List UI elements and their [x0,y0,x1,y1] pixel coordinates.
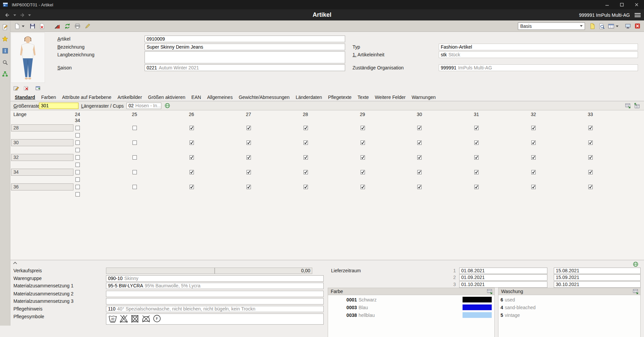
tab-warnungen[interactable]: Warnungen [409,94,439,101]
material3-field[interactable] [106,298,324,304]
groessenraster-field[interactable]: 301 [39,103,78,109]
size-checkbox-32-30[interactable] [417,155,422,160]
image-open-window-icon[interactable] [35,86,41,92]
size-checkbox-34-30[interactable] [417,170,422,174]
size-checkbox-36-32[interactable] [531,185,536,189]
minimize-button[interactable] [600,0,614,9]
size-checkbox-34-26[interactable] [190,170,194,174]
size-checkbox-28-25[interactable] [132,126,137,130]
close-button[interactable] [629,0,644,9]
rail-favorites-star-icon[interactable] [1,35,9,43]
verify-icon[interactable] [53,22,61,30]
rail-search-icon[interactable] [1,58,9,66]
waschung-table-icon[interactable] [633,289,639,295]
size-checkbox-34-31[interactable] [474,170,479,174]
tab-pflegetexte[interactable]: Pflegetexte [325,94,355,101]
langbezeichnung-field[interactable] [145,51,345,63]
size-checkbox-34-27[interactable] [247,170,251,174]
material1-field[interactable]: 95-5 BW-LYCRA95% Baumwolle, 5% Lycra [106,283,324,289]
size-checkbox-30-24[interactable] [75,141,80,145]
size-checkbox-30-29[interactable] [361,141,365,145]
size-checkbox-32-32[interactable] [531,155,536,160]
size-checkbox-32-29[interactable] [361,155,365,160]
print-icon[interactable] [73,22,82,30]
size-checkbox-36-34[interactable] [75,192,80,196]
tab-attribute-auf-farbebene[interactable]: Attribute auf Farbebene [59,94,114,101]
size-checkbox-32-27[interactable] [247,155,251,160]
exit-icon[interactable] [633,22,641,30]
screen-icon[interactable] [624,22,632,30]
size-checkbox-34-24[interactable] [75,170,80,174]
size-checkbox-30-30[interactable] [417,141,422,145]
lieferzeitraum-from-2[interactable]: 01.09.2021 [459,274,547,281]
lieferzeitraum-to-1[interactable]: 15.08.2021 [554,268,641,274]
size-checkbox-28-28[interactable] [304,126,308,130]
tab-gewichte-abmessungen[interactable]: Gewichte/Abmessungen [236,94,293,101]
farbe-row-0001[interactable]: 0001Schwarz [328,296,494,303]
size-checkbox-34-25[interactable] [132,170,137,174]
size-checkbox-28-32[interactable] [531,126,536,130]
size-checkbox-32-33[interactable] [588,155,593,160]
size-checkbox-28-34[interactable] [75,133,80,137]
tab-weitere-felder[interactable]: Weitere Felder [372,94,409,101]
laengenraster-field[interactable]: 02Hosen - In… [126,103,161,109]
tab-allgemeines[interactable]: Allgemeines [204,94,235,101]
farbe-row-0003[interactable]: 0003Blau [328,303,494,311]
size-checkbox-28-33[interactable] [588,126,593,130]
size-checkbox-30-28[interactable] [304,141,308,145]
image-delete-icon[interactable] [24,86,30,92]
artikel-field[interactable]: 0910009 [145,36,345,42]
size-checkbox-36-33[interactable] [588,185,593,189]
size-checkbox-32-28[interactable] [304,155,308,160]
farbe-table-icon[interactable] [487,289,493,295]
delete-document-icon[interactable] [38,22,46,30]
size-checkbox-34-33[interactable] [588,170,593,174]
tab-gr-en-aktivieren[interactable]: Größen aktivieren [145,94,188,101]
tab-standard[interactable]: Standard [12,94,38,101]
artikeleinheit-field[interactable]: stkStück [439,51,638,58]
tab-artikelbilder[interactable]: Artikelbilder [114,94,145,101]
size-checkbox-32-31[interactable] [474,155,479,160]
size-checkbox-36-31[interactable] [474,185,479,189]
waschung-row-4[interactable]: 4sand-bleached [498,303,640,311]
size-checkbox-36-27[interactable] [247,185,251,189]
size-checkbox-30-33[interactable] [588,141,593,145]
size-checkbox-32-34[interactable] [75,163,80,167]
size-checkbox-30-34[interactable] [75,148,80,152]
size-checkbox-36-28[interactable] [304,185,308,189]
layout-table-icon[interactable] [607,22,615,30]
warengruppe-field[interactable]: 090-10Skinny [106,275,324,282]
size-checkbox-28-24[interactable] [75,126,80,130]
waschung-row-6[interactable]: 6used [498,296,640,303]
rail-structure-icon[interactable] [1,70,9,78]
lieferzeitraum-to-3[interactable]: 30.10.2021 [554,281,641,288]
lieferzeitraum-from-1[interactable]: 01.08.2021 [459,268,547,274]
new-document-dropdown-icon[interactable] [21,22,25,30]
saison-field[interactable]: 0221Autum Winter 2021 [145,64,345,71]
view-select[interactable]: Basis [518,22,585,30]
grid-import-icon[interactable] [634,103,640,110]
size-checkbox-28-31[interactable] [474,126,479,130]
size-checkbox-34-28[interactable] [304,170,308,174]
tab-texte[interactable]: Texte [355,94,372,101]
size-checkbox-30-27[interactable] [247,141,251,145]
raster-globe-icon[interactable] [165,103,170,109]
preview-icon[interactable] [598,22,606,30]
rail-info-icon[interactable] [1,47,9,55]
pflegehinweis-field[interactable]: 11040° Spezialschonwäsche, nicht bleiche… [106,306,324,312]
article-image[interactable] [11,33,45,82]
size-checkbox-30-26[interactable] [190,141,194,145]
image-edit-icon[interactable] [13,86,19,92]
size-checkbox-32-26[interactable] [190,155,194,160]
size-checkbox-30-25[interactable] [132,141,137,145]
save-icon[interactable] [29,22,37,30]
edit-pencil-icon[interactable] [84,22,92,30]
size-checkbox-28-26[interactable] [190,126,194,130]
size-checkbox-34-29[interactable] [361,170,365,174]
tab-ean[interactable]: EAN [189,94,204,101]
bezeichnung-field[interactable]: Super Skinny Denim Jeans [145,44,345,50]
material2-field[interactable] [106,291,324,297]
lieferzeitraum-to-2[interactable]: 15.09.2021 [554,274,641,281]
detail-globe-icon[interactable] [633,262,638,268]
size-checkbox-28-30[interactable] [417,126,422,130]
